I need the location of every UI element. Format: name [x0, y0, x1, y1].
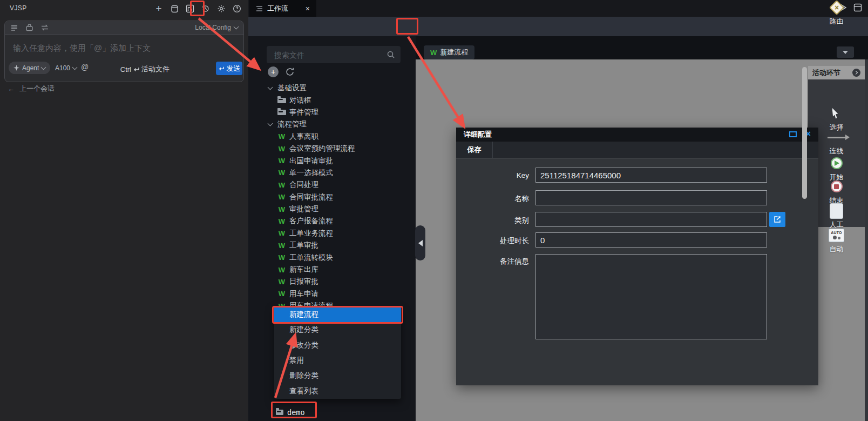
toolbar-button[interactable]: [347, 25, 352, 28]
toolbar-button[interactable]: [267, 25, 272, 28]
tree-row[interactable]: 日报审批: [248, 276, 410, 288]
context-menu-item[interactable]: 删除分类: [274, 368, 401, 383]
remark-textarea[interactable]: [535, 254, 767, 339]
dialog-title: 详细配置: [464, 130, 492, 139]
tree-row-label: 客户报备流程: [289, 216, 333, 226]
mention-button[interactable]: @: [81, 63, 89, 71]
duration-input[interactable]: [535, 232, 767, 248]
palette-tool-icon: [831, 0, 842, 15]
chat-input-placeholder[interactable]: 输入任意内容，使用「@」添加上下文: [13, 43, 151, 54]
search-box: [267, 46, 401, 63]
dialog-maximize-icon[interactable]: [789, 131, 797, 137]
canvas-dropdown-button[interactable]: [837, 46, 854, 58]
tree-row-label: 人事离职: [289, 132, 318, 142]
chevron-down-icon: [41, 64, 46, 70]
dialog-save-tab[interactable]: 保存: [456, 142, 493, 158]
toolbar-button[interactable]: [327, 25, 332, 28]
toolbox-icon[interactable]: [25, 24, 33, 32]
toolbar-button[interactable]: [367, 25, 372, 28]
tree-row[interactable]: 出国申请审批: [248, 155, 410, 166]
tab-close-icon[interactable]: ×: [306, 4, 310, 13]
palette-title: 活动环节: [812, 68, 840, 78]
add-node-button[interactable]: +: [268, 66, 279, 77]
search-icon[interactable]: [386, 50, 395, 59]
tree-row[interactable]: 合同审批流程: [248, 191, 410, 203]
tree-row-icon: [277, 205, 286, 213]
tree-row[interactable]: 流程管理: [248, 118, 410, 130]
tree-row-icon: [277, 181, 286, 189]
context-menu-item-label: 修改分类: [289, 340, 318, 350]
palette-tool-icon: [828, 130, 846, 145]
tree-row[interactable]: 人事离职: [248, 131, 410, 143]
detail-config-dialog: 详细配置 × 保存 Key 名称 类别 处理时长 备注信息: [456, 128, 818, 385]
panel-collapse-handle[interactable]: [415, 225, 425, 260]
tree-row-label: 对话框: [289, 96, 311, 105]
workflow-icon[interactable]: [185, 4, 195, 14]
previous-session-link[interactable]: ← 上一个会话: [8, 84, 55, 93]
model-selector[interactable]: A100: [55, 64, 77, 72]
palette-collapse-icon[interactable]: [852, 69, 860, 77]
tree-row[interactable]: 基础设置: [248, 82, 410, 94]
tree-row[interactable]: 对话框: [248, 94, 410, 106]
tree-row[interactable]: 工单流转模块: [248, 251, 410, 263]
toolbar-button[interactable]: [287, 25, 292, 28]
search-input[interactable]: [273, 46, 383, 64]
palette-tool-label: 连线: [830, 146, 844, 156]
tree-row-label: 日报审批: [289, 277, 318, 286]
tree-row-label: 工单业务流程: [289, 229, 333, 238]
name-input[interactable]: [535, 190, 767, 205]
tree-row-demo[interactable]: demo: [248, 406, 410, 418]
agent-mode-label: Agent: [22, 64, 39, 72]
tree-row-label: 流程管理: [277, 119, 307, 129]
refresh-icon[interactable]: [285, 67, 295, 77]
tree-row[interactable]: 用车申请: [248, 288, 410, 300]
tree-row[interactable]: 事件管理: [248, 106, 410, 118]
config-selector[interactable]: Local Config: [195, 24, 238, 31]
context-menu-item[interactable]: 新建流程: [274, 307, 401, 322]
context-menu-item[interactable]: 新建分类: [274, 322, 401, 337]
history-icon[interactable]: [201, 4, 211, 14]
tree-row[interactable]: 客户报备流程: [248, 215, 410, 227]
model-label: A100: [55, 64, 70, 72]
tree-row-label: 审批管理: [289, 204, 318, 214]
palette-tool[interactable]: 路由: [808, 0, 865, 26]
tree-row[interactable]: 审批管理: [248, 203, 410, 215]
tree-row[interactable]: 工单审批: [248, 239, 410, 251]
right-edge-scroll-track[interactable]: [865, 59, 868, 421]
context-menu-item[interactable]: 禁用: [274, 353, 401, 368]
tree-row-icon: [277, 242, 286, 250]
settings-gear-icon[interactable]: [216, 4, 226, 14]
send-button[interactable]: 发送: [216, 62, 242, 75]
archive-icon[interactable]: [169, 4, 179, 14]
tree-row-icon: [277, 110, 286, 115]
tree-row[interactable]: 工单业务流程: [248, 228, 410, 239]
context-list-icon[interactable]: [10, 24, 18, 32]
context-menu-item[interactable]: 修改分类: [274, 338, 401, 353]
key-input[interactable]: [535, 168, 767, 183]
canvas-vertical-scrollbar[interactable]: [802, 67, 807, 199]
category-input[interactable]: [535, 212, 767, 227]
tree-row-label: 新车出库: [289, 265, 318, 275]
tree-row-icon: [266, 122, 274, 126]
tree-row[interactable]: 新车出库: [248, 264, 410, 276]
demo-folder-row: demo: [248, 400, 410, 418]
agent-mode-selector[interactable]: Agent: [9, 62, 50, 74]
palette-tool-label: 自动: [830, 244, 844, 254]
tree-row[interactable]: 单一选择模式: [248, 167, 410, 179]
tree-row-label: 工单流转模块: [289, 253, 333, 263]
new-chat-icon[interactable]: +: [154, 4, 164, 14]
chevron-down-icon: [72, 65, 78, 70]
category-edit-button[interactable]: [769, 212, 785, 227]
tree-row[interactable]: 会议室预约管理流程: [248, 143, 410, 155]
swap-model-icon[interactable]: [40, 24, 49, 32]
help-icon[interactable]: [232, 4, 242, 14]
return-key-icon: [133, 66, 140, 72]
tree-row-label: 出国申请审批: [289, 156, 333, 166]
toolbar-button[interactable]: [307, 25, 312, 28]
tree-row[interactable]: 合同处理: [248, 179, 410, 191]
dialog-titlebar[interactable]: 详细配置: [456, 128, 818, 142]
tab-workflow[interactable]: 工作流 ×: [249, 0, 316, 17]
flow-tab-chip[interactable]: W 新建流程: [424, 45, 474, 59]
tree-row-icon: [277, 193, 286, 201]
context-menu-item[interactable]: 查看列表: [274, 383, 401, 398]
